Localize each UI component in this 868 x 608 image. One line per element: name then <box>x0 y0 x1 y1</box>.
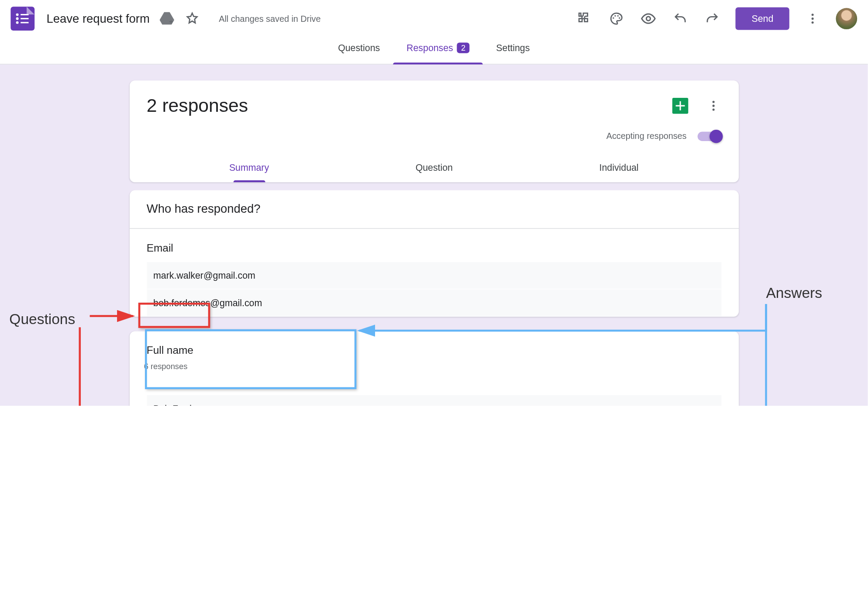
move-to-drive-icon[interactable]: + <box>159 10 175 27</box>
svg-point-12 <box>812 14 814 16</box>
theme-icon[interactable] <box>608 10 625 28</box>
redo-icon[interactable] <box>704 10 721 28</box>
app-header: Leave request form + All changes saved i… <box>0 0 868 32</box>
answer-row: mark.walker@gmail.com <box>147 262 721 289</box>
addons-icon[interactable] <box>576 10 593 28</box>
send-button[interactable]: Send <box>736 7 789 30</box>
account-avatar[interactable] <box>836 8 857 29</box>
responses-count-badge: 2 <box>457 42 469 53</box>
svg-point-17 <box>712 101 714 103</box>
tab-questions[interactable]: Questions <box>325 32 393 64</box>
svg-rect-1 <box>21 14 28 15</box>
annotation-questions-label: Questions <box>9 311 75 328</box>
forms-logo-icon[interactable] <box>10 7 34 31</box>
preview-icon[interactable] <box>640 10 658 28</box>
svg-text:+: + <box>169 17 173 25</box>
svg-point-8 <box>615 15 616 17</box>
fullname-answers: Bob Fordemos Mark Walker <box>147 379 721 406</box>
tab-settings[interactable]: Settings <box>483 32 543 64</box>
svg-rect-16 <box>675 105 685 107</box>
tab-responses-label: Responses <box>406 42 453 53</box>
who-responded-title: Who has responded? <box>129 190 738 229</box>
accepting-responses-label: Accepting responses <box>606 131 687 141</box>
svg-point-2 <box>16 17 19 20</box>
svg-point-0 <box>16 13 19 16</box>
editor-canvas: 2 responses Accepting responses Summary … <box>0 65 868 406</box>
email-answers: mark.walker@gmail.com bob.fordemos@gmail… <box>147 262 721 317</box>
svg-point-10 <box>619 17 620 19</box>
svg-rect-5 <box>21 22 28 23</box>
svg-point-18 <box>712 105 714 107</box>
responses-title: 2 responses <box>147 95 672 117</box>
answer-row: bob.fordemos@gmail.com <box>147 290 721 317</box>
svg-rect-3 <box>21 18 28 19</box>
responses-subtabs: Summary Question Individual <box>129 153 738 182</box>
subtab-individual[interactable]: Individual <box>594 153 644 182</box>
svg-point-13 <box>812 17 814 20</box>
answer-row: Bob Fordemos <box>147 395 721 406</box>
who-responded-card: Who has responded? Email mark.walker@gma… <box>129 190 738 317</box>
svg-point-4 <box>16 21 19 24</box>
responses-more-icon[interactable] <box>705 98 721 114</box>
tab-responses[interactable]: Responses 2 <box>393 32 483 64</box>
star-icon[interactable] <box>184 10 200 27</box>
svg-point-7 <box>613 17 614 19</box>
undo-icon[interactable] <box>672 10 689 28</box>
question-label-fullname: Full name <box>141 343 199 358</box>
responses-header-card: 2 responses Accepting responses Summary … <box>129 80 738 182</box>
question-label-email: Email <box>141 241 179 256</box>
svg-point-19 <box>712 109 714 111</box>
svg-point-14 <box>812 21 814 24</box>
main-tabs: Questions Responses 2 Settings <box>0 32 868 65</box>
annotation-answers-label: Answers <box>766 285 822 302</box>
svg-point-9 <box>617 15 619 17</box>
accepting-responses-toggle[interactable] <box>697 131 721 141</box>
fullname-response-count: 6 responses <box>144 362 721 371</box>
subtab-summary[interactable]: Summary <box>224 153 275 182</box>
subtab-question[interactable]: Question <box>410 153 458 182</box>
save-status: All changes saved in Drive <box>219 14 320 24</box>
more-menu-icon[interactable] <box>804 10 821 28</box>
form-title[interactable]: Leave request form <box>47 12 150 26</box>
link-to-sheets-icon[interactable] <box>672 98 688 114</box>
svg-point-11 <box>647 17 651 21</box>
fullname-card: Full name 6 responses Bob Fordemos Mark … <box>129 331 738 406</box>
